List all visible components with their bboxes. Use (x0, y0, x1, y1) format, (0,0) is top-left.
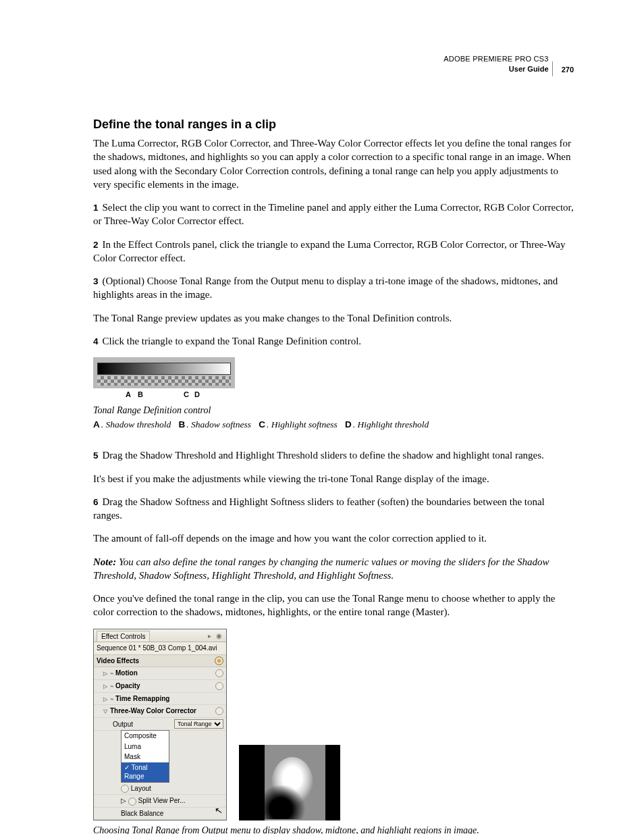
step-number: 6 (93, 497, 99, 507)
fx-icon: ⌁ (110, 696, 113, 702)
black-balance-row[interactable]: Black Balance (94, 808, 226, 820)
step-number: 2 (93, 240, 99, 250)
step-number: 3 (93, 276, 99, 286)
toggle-icon[interactable] (215, 682, 223, 690)
step-number: 4 (93, 336, 99, 346)
step-text: (Optional) Choose Tonal Range from the O… (93, 276, 558, 300)
header-doc: User Guide (509, 65, 549, 73)
menu-item-tonal-range[interactable]: Tonal Range (122, 762, 169, 782)
menu-item-mask[interactable]: Mask (122, 752, 169, 762)
step-5-followup: It's best if you make the adjustments wh… (93, 472, 574, 486)
menu-item-luma[interactable]: Luma (122, 741, 169, 752)
step-text: Drag the Shadow Threshold and Highlight … (103, 450, 544, 461)
after-note-paragraph: Once you've defined the tonal range in t… (93, 592, 574, 619)
step-number: 1 (93, 203, 99, 213)
marker-c: C (184, 390, 189, 400)
header-product: ADOBE PREMIERE PRO CS3 (444, 55, 548, 63)
step-text: Select the clip you want to correct in t… (93, 202, 574, 226)
black-balance-label: Black Balance (121, 809, 163, 818)
legend-val-c: Highlight softness (271, 419, 338, 429)
effect-row-opacity[interactable]: ▷⌁Opacity (94, 680, 226, 693)
step-text: In the Effect Controls panel, click the … (93, 239, 566, 263)
figure-marker-labels: A B C D (93, 388, 235, 400)
step-6: 6Drag the Shadow Softness and Highlight … (93, 495, 574, 523)
tritone-preview-image (239, 745, 340, 820)
tonal-range-control-figure (93, 357, 235, 388)
step-1: 1Select the clip you want to correct in … (93, 201, 574, 228)
marker-d: D (194, 390, 200, 400)
legend-key-c: C (259, 419, 265, 429)
effect-controls-figure: Effect Controls ▸ ◉ Sequence 01 * 50B_03… (93, 629, 574, 821)
effect-controls-tab[interactable]: Effect Controls (97, 631, 150, 642)
menu-item-composite[interactable]: Composite (122, 731, 169, 741)
effect-label: Time Remapping (115, 695, 169, 702)
layout-row[interactable]: Layout (94, 783, 226, 796)
step-5: 5Drag the Shadow Threshold and Highlight… (93, 448, 574, 462)
legend-val-d: Highlight threshold (358, 419, 429, 429)
effect-controls-panel: Effect Controls ▸ ◉ Sequence 01 * 50B_03… (93, 629, 227, 821)
panel-menu-icon[interactable]: ▸ ◉ (208, 631, 223, 641)
expand-icon[interactable]: ▽ (103, 708, 107, 714)
header-divider (552, 61, 553, 76)
note-label: Note: (93, 556, 116, 567)
split-view-row[interactable]: ▷ Split View Per... (94, 795, 226, 808)
legend-key-d: D (345, 419, 352, 429)
step-text: Drag the Shadow Softness and Highlight S… (93, 496, 545, 521)
video-effects-header: Video Effects (97, 656, 139, 666)
legend-key-b: B (179, 419, 186, 429)
note-text: You can also define the tonal ranges by … (93, 556, 549, 581)
reset-icon[interactable] (215, 656, 223, 665)
toggle-icon[interactable] (215, 707, 223, 715)
output-dropdown[interactable]: Tonal Range (174, 719, 223, 729)
effect-row-motion[interactable]: ▷⌁Motion (94, 667, 226, 680)
page-header: ADOBE PREMIERE PRO CS3 User Guide 270 (93, 54, 574, 77)
effect-row-three-way[interactable]: ▽Three-Way Color Corrector (94, 705, 226, 718)
output-row: Output Tonal Range (94, 718, 226, 731)
figure1-caption: Tonal Range Definition control (93, 405, 574, 417)
layout-label: Layout (131, 785, 151, 792)
toggle-icon[interactable] (215, 669, 223, 677)
marker-b: B (138, 390, 143, 400)
split-label: Split View Per... (138, 797, 186, 804)
checkbox-icon[interactable] (128, 798, 136, 806)
step-4: 4Click the triangle to expand the Tonal … (93, 334, 574, 348)
marker-a: A (126, 390, 131, 400)
step-6-followup: The amount of fall-off depends on the im… (93, 531, 574, 545)
expand-icon[interactable]: ▷ (103, 683, 107, 689)
fx-icon: ⌁ (110, 683, 113, 689)
output-menu[interactable]: Composite Luma Mask Tonal Range (121, 730, 169, 783)
step-text: Click the triangle to expand the Tonal R… (103, 336, 362, 346)
checkbox-icon[interactable] (121, 785, 129, 793)
figure2-caption: Choosing Tonal Range from Output menu to… (93, 825, 574, 834)
step-2: 2In the Effect Controls panel, click the… (93, 238, 574, 265)
effect-row-time-remapping[interactable]: ▷⌁Time Remapping (94, 693, 226, 706)
checker-strip (97, 376, 231, 386)
expand-icon[interactable]: ▷ (103, 696, 107, 702)
expand-icon[interactable]: ▷ (103, 671, 107, 677)
step-3: 3(Optional) Choose Tonal Range from the … (93, 274, 574, 302)
step-3-followup: The Tonal Range preview updates as you m… (93, 311, 574, 325)
note-paragraph: Note: You can also define the tonal rang… (93, 555, 574, 583)
section-title: Define the tonal ranges in a clip (93, 116, 574, 132)
sequence-row: Sequence 01 * 50B_03 Comp 1_004.avi (94, 642, 226, 655)
page-number: 270 (562, 65, 574, 75)
effect-label: Motion (115, 669, 138, 677)
effect-label: Three-Way Color Corrector (110, 707, 196, 714)
step-number: 5 (93, 450, 99, 461)
fx-icon: ⌁ (110, 670, 113, 677)
legend-val-a: Shadow threshold (106, 419, 171, 429)
output-label: Output (113, 720, 133, 729)
expand-icon[interactable]: ▷ (121, 797, 126, 804)
effect-label: Opacity (115, 682, 140, 689)
legend-key-a: A (93, 419, 100, 429)
intro-paragraph: The Luma Corrector, RGB Color Corrector,… (93, 136, 574, 191)
legend-val-b: Shadow softness (191, 419, 251, 429)
figure1-legend: A. Shadow threshold B. Shadow softness C… (93, 419, 574, 431)
gradient-strip (97, 363, 231, 375)
